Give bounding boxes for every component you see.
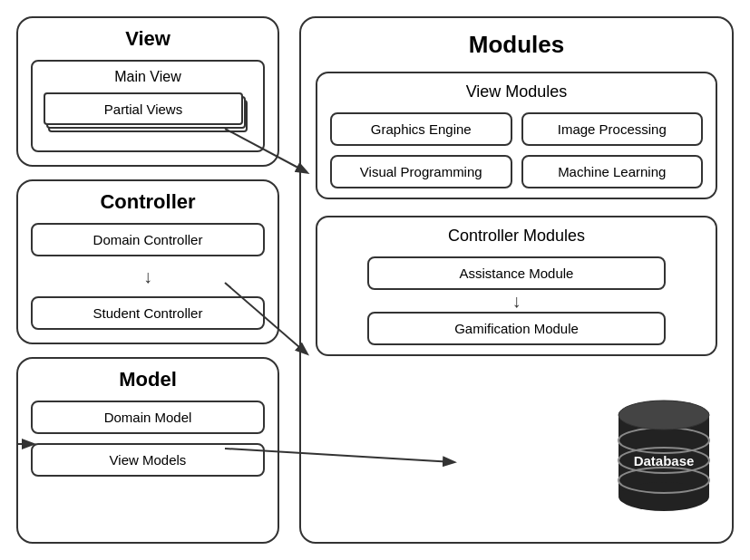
svg-text:Database: Database bbox=[634, 453, 695, 468]
domain-controller-box: Domain Controller bbox=[31, 223, 265, 256]
model-items: Domain Model View Models bbox=[31, 401, 265, 477]
graphics-engine-label: Graphics Engine bbox=[371, 121, 472, 137]
student-controller-label: Student Controller bbox=[93, 305, 203, 321]
machine-learning-box: Machine Learning bbox=[521, 155, 704, 188]
controller-modules-box: Controller Modules Assistance Module ↓ G… bbox=[316, 216, 717, 356]
ctrl-modules-down-arrow: ↓ bbox=[512, 290, 521, 312]
machine-learning-label: Machine Learning bbox=[558, 164, 666, 179]
partial-views-box: Partial Views bbox=[44, 92, 243, 125]
controller-items: Domain Controller ↓ Student Controller bbox=[31, 223, 265, 330]
svg-point-6 bbox=[619, 401, 709, 430]
domain-model-label: Domain Model bbox=[104, 410, 192, 425]
view-models-box: View Models bbox=[31, 443, 265, 477]
view-modules-title: View Modules bbox=[330, 82, 703, 101]
model-section: Model Domain Model View Models bbox=[16, 357, 279, 544]
controller-title: Controller bbox=[31, 190, 265, 214]
svg-point-1 bbox=[619, 482, 709, 511]
image-processing-label: Image Processing bbox=[558, 121, 667, 137]
view-modules-box: View Modules Graphics Engine Image Proce… bbox=[316, 72, 717, 199]
view-models-label: View Models bbox=[110, 452, 187, 468]
view-title: View bbox=[31, 27, 265, 51]
modules-title: Modules bbox=[316, 31, 717, 59]
image-processing-box: Image Processing bbox=[521, 112, 704, 146]
gamification-module-box: Gamification Module bbox=[367, 312, 666, 345]
partial-views-label: Partial Views bbox=[104, 101, 182, 117]
database-cylinder: Database bbox=[614, 395, 714, 513]
assistance-module-box: Assistance Module bbox=[367, 256, 666, 290]
controller-modules-title: Controller Modules bbox=[330, 227, 703, 246]
visual-programming-box: Visual Programming bbox=[330, 155, 512, 188]
view-modules-grid: Graphics Engine Image Processing Visual … bbox=[330, 112, 703, 188]
controller-section: Controller Domain Controller ↓ Student C… bbox=[16, 179, 279, 344]
controller-down-arrow: ↓ bbox=[31, 266, 265, 287]
main-view-label: Main View bbox=[44, 69, 252, 85]
assistance-module-label: Assistance Module bbox=[460, 266, 574, 281]
left-column: View Main View Partial Views Controller … bbox=[16, 16, 279, 544]
domain-model-box: Domain Model bbox=[31, 401, 265, 434]
student-controller-box: Student Controller bbox=[31, 296, 265, 330]
visual-programming-label: Visual Programming bbox=[360, 164, 482, 179]
database-container: Database bbox=[614, 395, 714, 513]
controller-module-items: Assistance Module ↓ Gamification Module bbox=[330, 256, 703, 345]
view-section: View Main View Partial Views bbox=[16, 16, 279, 167]
architecture-diagram: View Main View Partial Views Controller … bbox=[0, 0, 750, 560]
domain-controller-label: Domain Controller bbox=[93, 232, 203, 247]
gamification-module-label: Gamification Module bbox=[454, 321, 579, 336]
partial-views-stack: Partial Views bbox=[44, 92, 252, 140]
main-view-box: Main View Partial Views bbox=[31, 60, 265, 152]
graphics-engine-box: Graphics Engine bbox=[330, 112, 512, 146]
model-title: Model bbox=[31, 368, 265, 391]
model-stack: Domain Model View Models bbox=[31, 401, 265, 477]
